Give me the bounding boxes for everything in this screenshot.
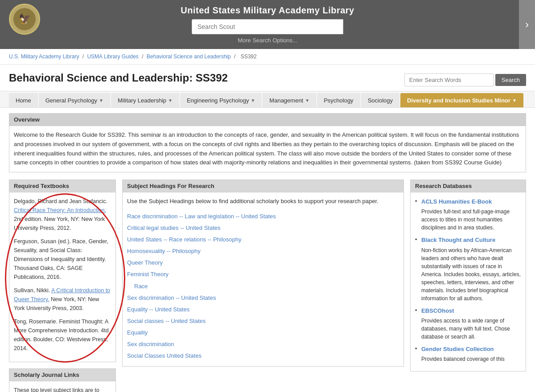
tab-management[interactable]: Management ▼ [263,93,316,107]
subject-link[interactable]: Critical legal studies -- United States [127,222,399,234]
chevron-down-icon: ▼ [512,98,517,103]
subject-headings-body: Use the Subject Headings below to find a… [123,192,403,366]
database-link-acls[interactable]: ACLS Humanities E-Book [421,198,492,205]
research-databases-header: Research Databases [411,180,526,192]
subject-link[interactable]: Equality -- United States [127,304,399,315]
textbook-entry: Delgado, Richard and Jean Stefancic. Cri… [14,197,111,233]
research-databases-body: ACLS Humanities E-Book Provides full-tex… [411,192,526,371]
list-item: Black Thought and Culture Non-fiction wo… [415,235,521,302]
subject-link[interactable]: Sex discrimination -- United States [127,292,399,304]
scholarly-journal-body: These top level subject links are to sug… [9,381,115,392]
subject-headings-intro: Use the Subject Headings below to find a… [127,197,399,206]
tab-engineering-psychology[interactable]: Engineering Psychology ▼ [180,93,262,107]
tab-psychology[interactable]: Psychology [317,93,360,107]
col-left: Required Textbooks Delgado, Richard and … [9,180,116,392]
breadcrumb-current: SS392 [241,53,257,60]
databases-list: ACLS Humanities E-Book Provides full-tex… [415,197,521,363]
breadcrumb-bsl[interactable]: Behavioral Science and Leadership [147,53,231,60]
subject-link[interactable]: Homosexuality -- Philosophy [127,245,399,257]
database-description: Provides access to a wide range of datab… [421,317,521,341]
chevron-down-icon: ▼ [168,98,173,103]
scholarly-journal-header: Scholarly Journal Links [9,369,115,381]
nav-arrow-right[interactable]: › [519,0,535,49]
page-title: Behavioral Science and Leadership: SS392 [9,72,228,84]
subject-link[interactable]: United States -- Race relations -- Philo… [127,234,399,245]
breadcrumb: U.S. Military Academy Library / USMA Lib… [0,49,535,65]
textbook-link-3[interactable]: A Critical Introduction to Queer Theory. [14,287,110,302]
required-textbooks-header: Required Textbooks [9,180,115,192]
subject-link[interactable]: Race [127,281,399,292]
site-header: 🦅 United States Military Academy Library… [0,0,535,49]
page-search-input[interactable] [404,74,494,86]
scout-search-input[interactable] [192,19,343,34]
scholarly-journal-box: Scholarly Journal Links These top level … [9,368,116,392]
overview-section: Overview Welcome to the Research Guide f… [9,113,526,172]
overview-header: Overview [9,114,526,126]
col-mid: Subject Headings For Research Use the Su… [122,180,404,373]
textbook-entry: Tong, Rosemarie. Feminist Thought: A Mor… [14,317,111,353]
col-right: Research Databases ACLS Humanities E-Boo… [410,180,526,378]
subject-headings-box: Subject Headings For Research Use the Su… [122,180,404,367]
database-description: Provides balanced coverage of this [421,355,521,363]
list-item: Gender Studies Collection Provides balan… [415,344,521,363]
three-col-layout: Required Textbooks Delgado, Richard and … [9,180,526,392]
required-textbooks-box: Required Textbooks Delgado, Richard and … [9,180,116,362]
breadcrumb-guides[interactable]: USMA Library Guides [87,53,138,60]
overview-body: Welcome to the Research Guide for SS392.… [9,126,526,172]
nav-tabs: Home General Psychology ▼ Military Leade… [0,91,535,108]
required-textbooks-body: Delgado, Richard and Jean Stefancic. Cri… [9,192,115,362]
subject-link[interactable]: Equality [127,327,399,339]
subject-link[interactable]: Race discrimination -- Law and legislati… [127,211,399,222]
subject-link[interactable]: Feminist Theory [127,269,399,280]
list-item: ACLS Humanities E-Book Provides full-tex… [415,197,521,232]
textbook-entry: Sullivan, Nikki. A Critical Introduction… [14,286,111,313]
subject-link[interactable]: Social Classes United States [127,350,399,362]
subject-link[interactable]: Sex discrimination [127,339,399,350]
more-search-options-link[interactable]: More Search Options... [238,37,297,44]
chevron-down-icon: ▼ [305,98,309,103]
page-title-area: Behavioral Science and Leadership: SS392… [0,65,535,91]
chevron-down-icon: ▼ [251,98,255,103]
page-search-form: Search [404,74,526,86]
subject-link[interactable]: Queer Theory [127,257,399,269]
breadcrumb-home[interactable]: U.S. Military Academy Library [9,53,79,60]
database-link-ebsco[interactable]: EBSCOhost [421,307,454,314]
main-content: Overview Welcome to the Research Guide f… [0,108,535,392]
textbook-link-1[interactable]: Critical Race Theory: An Introduction. [14,207,106,213]
research-databases-box: Research Databases ACLS Humanities E-Boo… [410,180,526,372]
tab-home[interactable]: Home [9,93,38,107]
tab-diversity-inclusion[interactable]: Diversity and Inclusion Studies Minor ▼ [400,93,523,107]
page-search-button[interactable]: Search [495,74,526,86]
list-item: EBSCOhost Provides access to a wide rang… [415,306,521,341]
tab-military-leadership[interactable]: Military Leadership ▼ [111,93,179,107]
database-description: Provides full-text and full-page-image a… [421,208,521,232]
site-title: United States Military Academy Library [181,5,354,16]
tab-sociology[interactable]: Sociology [361,93,399,107]
database-link-black-thought[interactable]: Black Thought and Culture [421,237,495,243]
chevron-down-icon: ▼ [99,98,103,103]
database-link-gender-studies[interactable]: Gender Studies Collection [421,346,494,352]
database-description: Non-fiction works by African-American le… [421,246,521,302]
subject-headings-header: Subject Headings For Research [123,180,403,192]
tab-general-psychology[interactable]: General Psychology ▼ [39,93,110,107]
subject-link[interactable]: Social classes -- United States [127,315,399,327]
textbook-entry: Ferguson, Susan (ed.). Race, Gender, Sex… [14,237,111,282]
library-logo: 🦅 [9,4,40,35]
